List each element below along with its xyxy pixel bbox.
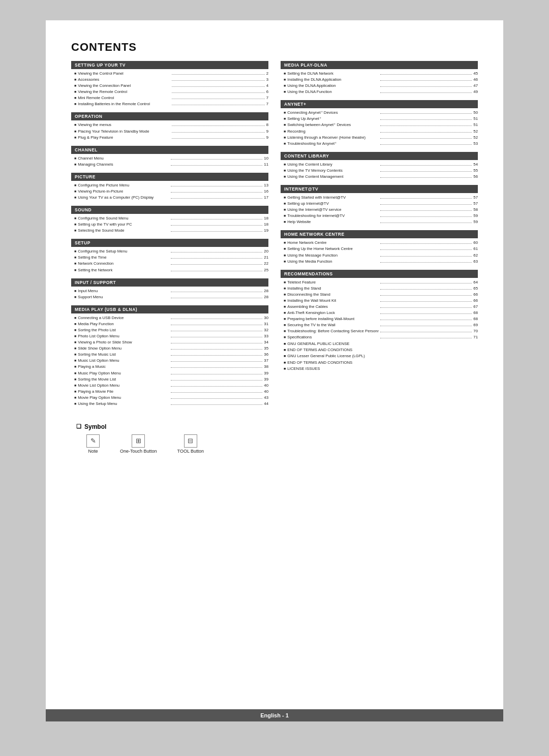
dots [172, 86, 264, 87]
toc-item: ■Movie Play Option Menu43 [71, 395, 268, 401]
bullet-icon: ■ [284, 122, 286, 128]
item-text: Using the Setup Menu [78, 401, 169, 407]
toc-item: ■Mini Remote Control7 [71, 95, 268, 101]
item-text: Installing the Wall Mount Kit [287, 298, 379, 304]
item-text: Using Your TV as a Computer (PC) Display [78, 195, 169, 201]
toc-section-picture: PICTURE■Configuring the Picture Menu13■V… [71, 173, 268, 201]
item-text: Help Website [287, 219, 379, 225]
plain-item-text: END OF TERMS AND CONDITIONS [287, 347, 352, 353]
bullet-icon: ■ [284, 310, 286, 316]
page-number: 11 [264, 162, 268, 168]
dots [171, 404, 262, 405]
page-number: 25 [264, 267, 268, 273]
bullet-icon: ■ [284, 110, 286, 116]
toc-item: ■Sorting the Music List36 [71, 352, 268, 358]
item-text: Music List Option Menu [78, 358, 169, 364]
bullet-icon: ■ [284, 292, 286, 298]
dots [171, 367, 262, 368]
dots [172, 132, 264, 133]
bullet-icon: ■ [74, 328, 76, 333]
item-text: Support Menu [78, 294, 169, 300]
dots [380, 332, 472, 332]
toc-item: ■Photo List Option Menu33 [71, 333, 268, 339]
bullet-icon: ■ [284, 304, 286, 310]
item-text: Photo List Option Menu [78, 333, 169, 339]
item-text: Disconnecting the Stand [287, 292, 379, 298]
toc-item: ■Using the Content Library54 [281, 162, 478, 168]
dots [380, 338, 472, 338]
bullet-icon: ■ [74, 162, 76, 168]
bullet-icon: ■ [74, 96, 76, 101]
bullet-icon: ■ [74, 395, 76, 401]
dots [171, 325, 262, 325]
section-header-picture: PICTURE [71, 173, 268, 181]
toc-item: ■Help Website59 [281, 219, 478, 225]
plain-item: ■LICENSE ISSUES [281, 366, 478, 372]
page-number: 8 [266, 122, 268, 128]
item-text: Configuring the Sound Menu [78, 215, 169, 222]
dots [380, 313, 472, 314]
dots [171, 392, 262, 393]
dots [172, 99, 264, 99]
dots [171, 159, 262, 160]
dots [380, 223, 472, 223]
toc-item: ■Viewing a Photo or Slide Show34 [71, 339, 268, 345]
item-text: Assembling the Cables [287, 304, 379, 310]
item-text: Network Connection [78, 261, 169, 267]
toc-item: ■Viewing the menus8 [71, 122, 268, 128]
page-number: 9 [266, 129, 268, 135]
page-number: 52 [473, 129, 478, 135]
page-number: 60 [473, 240, 478, 246]
dots [171, 380, 262, 381]
item-text: Channel Menu [78, 155, 169, 162]
bullet-icon: ■ [284, 335, 286, 340]
item-text: Viewing Picture-in-Picture [78, 188, 169, 195]
toc-section-recommendations: Recommendations■Teletext Feature64■Insta… [281, 270, 478, 372]
item-text: Mini Remote Control [78, 95, 170, 101]
toc-item: ■Setting up the TV with your PC18 [71, 222, 268, 228]
bullet-icon: ■ [74, 255, 76, 261]
dots [380, 113, 472, 114]
item-text: Movie Play Option Menu [78, 395, 169, 401]
bullet-icon: ■ [74, 156, 76, 162]
symbol-row: ✎Note⊞One-Touch Button⊟TOOL Button [76, 434, 478, 454]
toc-item: ■Setting up Internet@TV57 [281, 201, 478, 207]
item-text: Configuring the Picture Menu [78, 182, 169, 188]
dots [380, 198, 472, 199]
toc-item: ■Anti-Theft Kensington Lock68 [281, 310, 478, 316]
page-number: 61 [473, 246, 478, 252]
dots [380, 177, 472, 178]
bullet-icon: ■ [74, 77, 76, 83]
item-text: Teletext Feature [287, 279, 379, 286]
item-text: Getting Started with Internet@TV [287, 195, 379, 201]
item-text: Sorting the Photo List [78, 327, 169, 333]
plain-item: ■GNU GENERAL PUBLIC LICENSE [281, 341, 478, 347]
section-header-setup: SETUP [71, 239, 268, 247]
toc-item: ■Support Menu28 [71, 294, 268, 300]
dots [171, 319, 262, 319]
bullet-icon: ■ [284, 201, 286, 207]
symbol-item: ✎Note [86, 434, 100, 454]
bullet-icon: ■ [284, 347, 286, 353]
toc-item: ■Music List Option Menu37 [71, 358, 268, 364]
toc-item: ■Viewing the Connection Panel4 [71, 83, 268, 89]
item-text: Configuring the Setup Menu [78, 248, 169, 255]
item-text: Using the DLNA Function [287, 89, 379, 95]
page-number: 28 [264, 294, 268, 300]
section-header-home-network-centre: HOME NETWORK CENTRE [281, 230, 478, 238]
toc-item: ■Accessories3 [71, 77, 268, 83]
dots [380, 92, 472, 93]
bullet-icon: ■ [74, 358, 76, 364]
toc-item: ■Playing a Music38 [71, 364, 268, 370]
bullet-icon: ■ [284, 116, 286, 122]
page-number: 9 [266, 135, 268, 141]
item-text: Anti-Theft Kensington Lock [287, 310, 379, 316]
bullet-icon: ■ [284, 286, 286, 292]
section-header-channel: CHANNEL [71, 146, 268, 154]
toc-item: ■Movie List Option Menu40 [71, 383, 268, 389]
bullet-icon: ■ [284, 174, 286, 180]
dots [172, 105, 264, 105]
toc-section-home-network-centre: HOME NETWORK CENTRE■Home Network Centre6… [281, 230, 478, 264]
bullet-icon: ■ [74, 322, 76, 327]
page-number: 47 [473, 83, 478, 89]
